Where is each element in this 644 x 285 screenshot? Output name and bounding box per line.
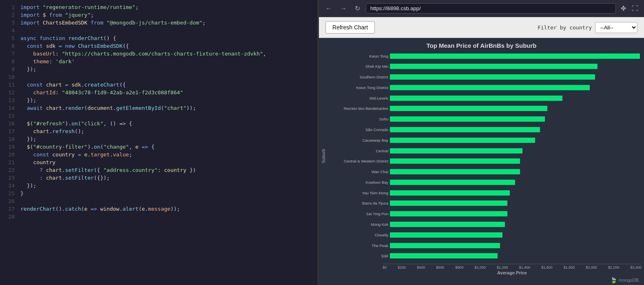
bar-container (390, 116, 640, 122)
bar-container (390, 190, 640, 196)
code-content: }); (20, 96, 36, 104)
code-content: }); (20, 65, 36, 73)
bar-row: Mong Kok (328, 221, 640, 228)
bar-row: Kowloon Bay (328, 178, 640, 186)
bar-container (390, 64, 640, 69)
browser-toolbar: ← → ↻ ✤ ⛶ (319, 0, 644, 17)
code-line: 7 baseUrl: "https://charts.mongodb.com/c… (0, 50, 317, 58)
line-number: 12 (3, 89, 15, 96)
bar-row: Clovelly (328, 231, 640, 238)
code-line: 14 await chart.render(document.getElemen… (0, 104, 317, 112)
x-tick: $400 (417, 265, 425, 269)
bar-label: São Conrado (328, 127, 388, 132)
bar-fill (390, 127, 540, 132)
code-line: 27renderChart().catch(e => window.alert(… (0, 205, 317, 213)
browser-panel: ← → ↻ ✤ ⛶ Refresh Chart Filter by countr… (319, 0, 644, 285)
code-line: 9 }); (0, 65, 317, 73)
x-tick: $1,400 (519, 265, 531, 269)
x-tick: $1,600 (541, 265, 553, 269)
maximize-button[interactable]: ⛶ (630, 3, 640, 14)
bar-container (390, 180, 640, 185)
line-number: 20 (3, 151, 15, 158)
code-editor: 1import "regenerator-runtime/runtime";2i… (0, 0, 317, 285)
line-number: 28 (3, 213, 15, 220)
code-content: renderChart().catch(e => window.alert(e.… (20, 205, 180, 213)
bar-row: Central & Western District (328, 158, 640, 165)
country-filter-select[interactable]: --All--Hong KongBrazil (595, 22, 637, 33)
line-number: 15 (3, 112, 15, 120)
line-number: 18 (3, 135, 15, 143)
x-axis-ticks: $0$200$400$600$800$1,000$1,200$1,400$1,6… (383, 264, 642, 269)
bar-label: Causeway Bay (328, 138, 388, 142)
line-number: 23 (3, 174, 15, 182)
code-line: 24 }); (0, 182, 317, 189)
line-number: 9 (3, 65, 15, 73)
code-content: : chart.setFilter({}); (20, 174, 110, 182)
bar-fill (390, 243, 500, 248)
reload-button[interactable]: ↻ (352, 3, 363, 14)
line-number: 22 (3, 166, 15, 174)
code-line: 15 (0, 112, 317, 120)
code-line: 17 chart.refresh(); (0, 127, 317, 135)
bar-label: Sai Ying Pun (328, 212, 388, 216)
bar-label: Central & Western District (328, 159, 388, 163)
browser-content: Refresh Chart Filter by country --All--H… (319, 17, 644, 285)
bar-fill (390, 190, 510, 196)
bar-row: Shek Kip Mei (328, 63, 640, 70)
bar-container (390, 200, 640, 206)
code-line: 19 $("#country-filter").on("change", e =… (0, 143, 317, 151)
bar-fill (390, 158, 520, 164)
filter-section: Filter by country --All--Hong KongBrazil (538, 22, 637, 33)
line-number: 19 (3, 143, 15, 151)
code-line: 26 (0, 197, 317, 205)
x-tick: $800 (455, 265, 463, 269)
browser-actions: ✤ ⛶ (619, 3, 640, 14)
code-content: import "regenerator-runtime/runtime"; (20, 3, 139, 11)
bar-container (390, 148, 640, 154)
code-content: ? chart.setFilter({ "address.country": c… (20, 166, 196, 174)
code-line: 5async function renderChart() { (0, 34, 317, 42)
bar-row: Causeway Bay (328, 136, 640, 144)
bar-fill (390, 180, 515, 185)
bar-row: São Conrado (328, 126, 640, 133)
bar-label: Soho (328, 117, 388, 121)
code-line: 13 }); (0, 96, 317, 104)
code-line: 11 const chart = sdk.createChart({ (0, 81, 317, 89)
bar-fill (390, 148, 522, 154)
forward-button[interactable]: → (338, 3, 349, 14)
code-line: 10 (0, 73, 317, 81)
code-line: 2import $ from "jquery"; (0, 11, 317, 19)
bar-label: Shek Kip Mei (328, 64, 388, 69)
bar-label: Kwun Tong (328, 54, 388, 58)
bar-label: Recreio dos Bandeirantes (328, 106, 388, 111)
code-line: 6 const sdk = new ChartsEmbedSDK({ (0, 42, 317, 50)
bar-fill (390, 106, 547, 111)
bar-label: Clovelly (328, 233, 388, 237)
chart-body: Suburb Kwun Tong Shek Kip Mei Southern D… (319, 52, 644, 264)
bar-label: Şişli (328, 254, 388, 258)
pin-button[interactable]: ✤ (619, 3, 628, 14)
chart-title: Top Mean Price of AirBnBs by Suburb (319, 42, 644, 49)
code-content: import $ from "jquery"; (20, 11, 94, 19)
refresh-chart-button[interactable]: Refresh Chart (325, 21, 375, 33)
x-tick: $2,400 (630, 265, 642, 269)
code-content: country (20, 158, 55, 166)
line-number: 11 (3, 81, 15, 89)
line-number: 25 (3, 189, 15, 197)
bar-container (390, 211, 640, 216)
code-line: 23 : chart.setFilter({}); (0, 174, 317, 182)
bar-row: Central (328, 147, 640, 154)
bar-row: Southern District (328, 73, 640, 81)
filter-label: Filter by country (538, 24, 592, 31)
mongodb-leaf-icon: 🍃 (610, 277, 617, 283)
bar-container (390, 74, 640, 80)
line-number: 8 (3, 58, 15, 65)
x-tick: $1,000 (474, 265, 486, 269)
code-content: const sdk = new ChartsEmbedSDK({ (20, 42, 129, 50)
back-button[interactable]: ← (323, 3, 334, 14)
bar-row: Recreio dos Bandeirantes (328, 105, 640, 112)
url-bar[interactable] (366, 3, 616, 13)
bar-fill (390, 169, 520, 174)
code-line: 3import ChartsEmbedSDK from "@mongodb-js… (0, 19, 317, 27)
chart-inner: Kwun Tong Shek Kip Mei Southern District… (328, 52, 640, 260)
